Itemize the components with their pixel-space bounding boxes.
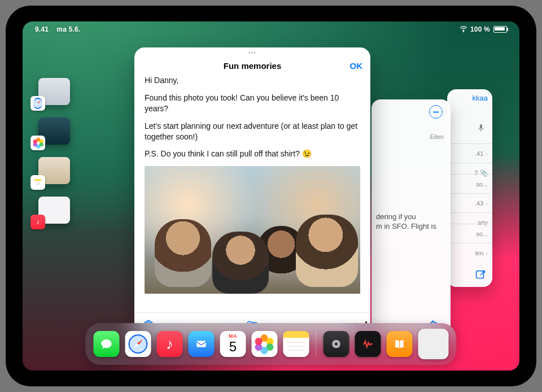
status-bar: 9.41 ma 5.6. 100 % <box>23 24 519 35</box>
svg-point-19 <box>335 342 338 346</box>
svg-rect-14 <box>283 336 309 338</box>
compose-icon[interactable] <box>474 269 487 281</box>
photos-icon <box>30 136 45 150</box>
svg-rect-8 <box>477 271 484 278</box>
svg-rect-6 <box>480 124 482 129</box>
dock-app-messages[interactable] <box>94 331 120 357</box>
attached-photo[interactable] <box>145 166 360 294</box>
svg-rect-11 <box>196 341 206 347</box>
list-row[interactable]: so... <box>447 224 492 243</box>
background-window-message[interactable]: ••• Eilen dering if you m in SFO. Flight… <box>371 99 451 337</box>
stage-thumb-music[interactable]: ♪ <box>38 197 70 224</box>
mic-icon[interactable] <box>477 123 486 134</box>
ok-button[interactable]: OK <box>350 61 363 71</box>
list-row[interactable]: so... <box>447 174 492 194</box>
status-right: 100 % <box>459 24 507 35</box>
svg-point-0 <box>463 31 464 32</box>
timestamp-label: Eilen <box>430 133 444 140</box>
calendar-weekday: MA <box>220 333 246 339</box>
mail-line: P.S. Do you think I can still pull off t… <box>145 149 360 159</box>
status-battery-text: 100 % <box>470 25 490 33</box>
svg-rect-2 <box>34 179 41 181</box>
dock-app-music[interactable]: ♪ <box>157 331 183 357</box>
chevron-right-icon: › <box>486 200 488 207</box>
battery-icon <box>493 26 507 33</box>
mail-titlebar: Fun memories OK <box>134 56 370 75</box>
mail-line: Let's start planning our next adventure … <box>145 121 360 142</box>
mail-title: Fun memories <box>224 61 282 71</box>
photo-person <box>296 215 358 287</box>
dock-app-shortcuts[interactable] <box>418 329 449 359</box>
more-icon[interactable]: ••• <box>429 105 443 119</box>
music-icon: ♪ <box>30 215 45 229</box>
photo-person <box>155 219 211 287</box>
dock-app-notes[interactable] <box>283 331 309 357</box>
status-left: 9.41 ma 5.6. <box>35 25 80 33</box>
message-snippet: dering if you m in SFO. Flight is <box>376 212 446 232</box>
stage-manager-stack: ♪ <box>38 78 79 224</box>
mail-greeting: Hi Danny, <box>145 75 360 86</box>
ipad-frame: 9.41 ma 5.6. 100 % <box>6 6 536 386</box>
stage-thumb-safari[interactable] <box>38 78 70 105</box>
mail-line: Found this photo you took! Can you belie… <box>145 93 360 114</box>
status-date: ma 5.6. <box>56 25 80 33</box>
background-window-list[interactable]: kkaa .41› ?📎 so... .43› arty so... len› <box>447 89 492 287</box>
dock: ♪ MA 5 <box>86 323 457 365</box>
dock-app-safari[interactable] <box>125 331 151 357</box>
list-row[interactable]: .43› <box>447 193 492 213</box>
safari-icon <box>30 96 45 111</box>
chevron-right-icon: › <box>486 250 488 256</box>
screen: 9.41 ma 5.6. 100 % <box>23 21 519 371</box>
photo-person <box>212 232 269 294</box>
dock-app-voice-memos[interactable] <box>355 331 381 357</box>
stage-thumb-photos[interactable] <box>38 117 70 145</box>
edit-label[interactable]: kkaa <box>473 94 488 102</box>
calendar-daynum: 5 <box>229 339 237 354</box>
dock-app-settings[interactable] <box>324 331 349 357</box>
dock-app-photos[interactable] <box>252 331 278 357</box>
chevron-right-icon: › <box>486 150 488 157</box>
dock-app-books[interactable] <box>387 331 413 357</box>
wifi-icon <box>459 24 468 35</box>
status-time: 9.41 <box>35 25 49 33</box>
notes-icon <box>30 175 45 190</box>
list-row[interactable]: .41› <box>447 143 492 163</box>
dock-separator <box>316 332 317 356</box>
mail-window[interactable]: ••• Fun memories OK Hi Danny, Found this… <box>134 47 370 337</box>
list-row[interactable]: len› <box>447 243 492 263</box>
stage-thumb-notes[interactable] <box>38 157 70 184</box>
mail-body[interactable]: Hi Danny, Found this photo you took! Can… <box>134 75 370 312</box>
dock-app-calendar[interactable]: MA 5 <box>220 331 246 357</box>
window-grip-icon[interactable]: ••• <box>248 50 256 56</box>
dock-app-mail[interactable] <box>189 331 215 357</box>
